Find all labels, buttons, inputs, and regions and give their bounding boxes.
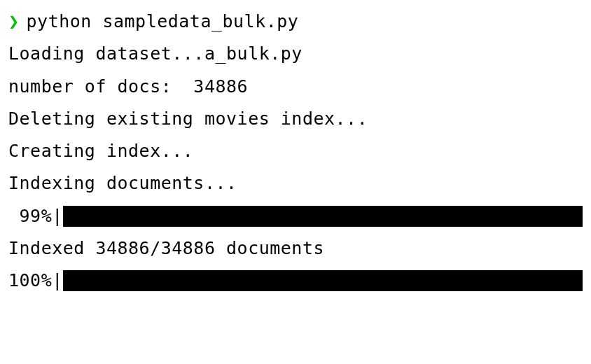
progress-percent-1: 99%| xyxy=(8,200,63,232)
progress-percent-2: 100%| xyxy=(8,265,63,297)
progress-bar-2: 100%| xyxy=(8,265,583,297)
output-line-loading: Loading dataset...a_bulk.py xyxy=(8,38,583,70)
prompt-symbol: ❯ xyxy=(8,6,20,38)
command-text: python sampledata_bulk.py xyxy=(27,6,299,38)
output-line-docs-count: number of docs: 34886 xyxy=(8,71,583,103)
output-line-deleting: Deleting existing movies index... xyxy=(8,103,583,135)
progress-bar-1: 99%| xyxy=(8,200,583,232)
progress-bar-fill-1 xyxy=(63,206,583,227)
output-line-creating: Creating index... xyxy=(8,135,583,167)
output-line-indexed-summary: Indexed 34886/34886 documents xyxy=(8,232,583,265)
output-line-indexing: Indexing documents... xyxy=(8,167,583,200)
progress-bar-fill-2 xyxy=(63,270,583,291)
terminal-prompt-line: ❯ python sampledata_bulk.py xyxy=(8,6,583,38)
